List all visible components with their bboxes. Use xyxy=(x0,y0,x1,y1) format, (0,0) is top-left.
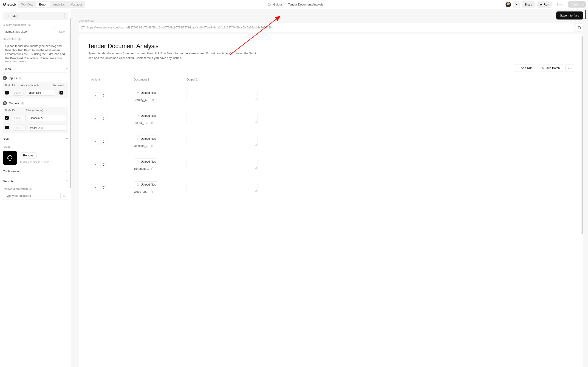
trash-icon xyxy=(102,117,105,120)
chevron-up-icon: ⌃ xyxy=(66,180,68,183)
tab-analytics[interactable]: Analytics xyxy=(51,2,68,7)
output-cell[interactable] xyxy=(187,136,258,147)
svg-rect-5 xyxy=(579,27,581,29)
upload-files-button[interactable]: Upload files xyxy=(134,158,158,165)
output-alias[interactable] xyxy=(27,115,66,121)
upload-files-button[interactable]: Upload files xyxy=(134,113,158,119)
scrollbar[interactable] xyxy=(582,36,583,367)
run-row-button[interactable] xyxy=(91,115,98,122)
chevron-up-icon: ⌃ xyxy=(66,67,68,71)
remove-file-button[interactable] xyxy=(150,190,153,193)
remove-file-button[interactable] xyxy=(151,98,155,102)
copy-url-button[interactable] xyxy=(575,23,583,32)
remove-avatar-button[interactable]: Remove xyxy=(20,152,36,159)
nav-tabs: Workflow Export Analytics Manager xyxy=(18,1,85,8)
subdomain-save-button[interactable]: Save xyxy=(55,28,69,35)
output-enabled-checkbox[interactable]: ✓ xyxy=(5,116,9,120)
output-cell[interactable] xyxy=(187,159,258,170)
upload-files-button[interactable]: Upload files xyxy=(134,90,158,96)
input-alias[interactable] xyxy=(25,90,55,96)
upload-files-button[interactable]: Upload files xyxy=(134,181,158,188)
table-row: Upload files Bradley_C... xyxy=(88,84,574,107)
section-configuration[interactable]: Configuration ⌄ xyxy=(3,169,68,173)
run-row-button[interactable] xyxy=(91,161,98,168)
input-row-0: ✓ ✓ xyxy=(3,88,68,98)
run-row-button[interactable] xyxy=(91,92,98,99)
trash-icon xyxy=(102,163,105,166)
delete-row-button[interactable] xyxy=(100,161,107,168)
upload-icon xyxy=(136,183,139,186)
chevron-up-icon: ⌃ xyxy=(66,137,68,141)
delete-row-button[interactable] xyxy=(100,138,107,145)
section-security[interactable]: Security ⌃ xyxy=(3,180,68,183)
tab-manager[interactable]: Manager xyxy=(68,2,85,7)
url-text[interactable]: https://www.stack-ai.com/batch/d8276663-… xyxy=(87,26,273,29)
table-row: Upload files Wood_an... xyxy=(88,176,574,199)
interface-selector[interactable]: Batch ⌃⌄ xyxy=(3,12,68,20)
output-nodeid xyxy=(12,115,26,121)
topbar: stack Workflow Export Analytics Manager … xyxy=(0,0,588,9)
toggle-visibility-button[interactable] xyxy=(61,192,68,200)
save-button[interactable]: Save xyxy=(554,1,566,8)
breadcrumb-page[interactable]: Tender Document Analysis xyxy=(288,3,323,6)
output-alias[interactable] xyxy=(27,125,66,131)
table-row: Upload files Tunbridge... xyxy=(88,153,574,176)
refresh-icon[interactable] xyxy=(81,26,85,29)
section-fields[interactable]: Fields ⌃ xyxy=(3,67,68,71)
output-cell[interactable] xyxy=(187,113,258,124)
svg-point-1 xyxy=(5,103,5,104)
upload-files-button[interactable]: Upload files xyxy=(134,135,158,142)
tab-workflow[interactable]: Workflow xyxy=(18,2,36,7)
run-batch-button[interactable]: Run Batch xyxy=(538,64,563,72)
play-icon xyxy=(542,67,544,69)
page-title: Tender Document Analysis xyxy=(88,43,574,50)
run-row-button[interactable] xyxy=(91,138,98,145)
remove-file-button[interactable] xyxy=(150,144,154,148)
runs-table: Actions Document 1 Output 2 Upload files… xyxy=(88,75,574,199)
delete-row-button[interactable] xyxy=(100,92,107,99)
input-enabled-checkbox[interactable]: ✓ xyxy=(5,91,9,94)
output-icon xyxy=(3,101,7,105)
page-description: Upload tender documents (one per row) an… xyxy=(88,51,262,60)
info-icon: i xyxy=(28,24,31,27)
breadcrumb: Guides / Tender Document Analysis xyxy=(87,3,504,6)
upload-icon xyxy=(136,137,139,140)
trash-icon xyxy=(102,140,105,143)
delete-row-button[interactable] xyxy=(100,115,107,122)
subdomain-input[interactable] xyxy=(3,28,53,35)
user-avatar[interactable] xyxy=(506,2,511,7)
more-actions-button[interactable] xyxy=(565,64,574,72)
output-cell[interactable] xyxy=(187,90,258,101)
main-area: Save Interface User Interface https://ww… xyxy=(71,9,588,367)
output-enabled-checkbox[interactable]: ✓ xyxy=(5,126,9,129)
save-interface-wrap: Save Interface xyxy=(556,11,583,19)
output-row-0: ✓ xyxy=(3,114,68,123)
file-item: Wood_an... xyxy=(134,190,153,193)
breadcrumb-root[interactable]: Guides xyxy=(273,3,283,6)
password-input[interactable] xyxy=(3,192,59,200)
description-input[interactable] xyxy=(3,42,68,62)
save-interface-button[interactable]: Save Interface xyxy=(556,11,583,19)
share-button[interactable]: Share xyxy=(522,1,535,8)
output-cell[interactable] xyxy=(187,182,258,193)
run-row-button[interactable] xyxy=(91,184,98,191)
add-run-button[interactable]: Add Run xyxy=(513,64,536,72)
section-style[interactable]: Style ⌃ xyxy=(3,137,68,141)
tab-export[interactable]: Export xyxy=(36,2,50,7)
subdomain-label: Custom subdomain i xyxy=(3,23,68,27)
table-row: Upload files Futura_Bi... xyxy=(88,107,574,130)
upload-icon xyxy=(136,114,139,117)
remove-file-button[interactable] xyxy=(150,121,154,125)
col-actions: Actions xyxy=(91,78,134,81)
info-icon: i xyxy=(21,102,24,105)
run-button[interactable]: Run xyxy=(537,1,552,8)
delete-row-button[interactable] xyxy=(100,184,107,191)
remove-file-button[interactable] xyxy=(151,167,154,170)
batch-icon xyxy=(6,15,9,18)
cursor-button[interactable] xyxy=(513,1,520,8)
publish-button[interactable]: Publish xyxy=(568,1,586,8)
info-icon: i xyxy=(19,77,22,80)
outputs-table: Node ID Alias (optional) ✓ ✓ xyxy=(3,107,68,133)
input-required-checkbox[interactable]: ✓ xyxy=(60,91,63,94)
eye-off-icon xyxy=(62,194,66,198)
